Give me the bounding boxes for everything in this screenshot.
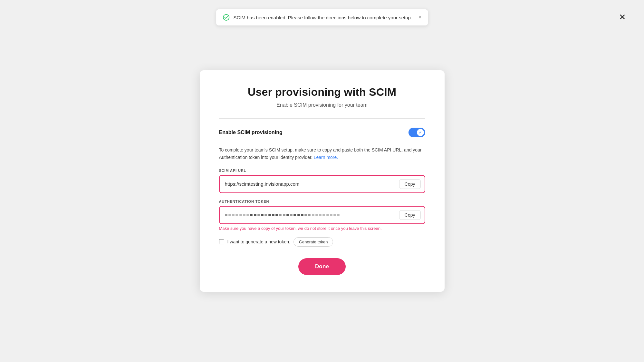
dot [279,214,282,216]
section-divider [219,118,425,119]
token-warning-text: Make sure you have a copy of your token,… [219,226,425,231]
toast-message: SCIM has been enabled. Please follow the… [234,15,412,20]
scim-url-input[interactable] [225,181,399,187]
generate-token-button[interactable]: Generate token [293,237,333,247]
auth-token-dots [225,214,399,216]
svg-point-0 [223,15,229,20]
done-button[interactable]: Done [298,258,346,275]
dot-group-2 [239,214,253,216]
dot [286,214,289,216]
dot [235,214,238,216]
new-token-checkbox-label[interactable]: I want to generate a new token. [227,239,290,244]
toast-notification: SCIM has been enabled. Please follow the… [216,9,428,26]
dot [304,214,307,216]
dot [290,214,293,216]
dot-group-3 [254,214,267,216]
dot-group-5 [283,214,296,216]
dot [312,214,314,216]
dot [225,214,227,216]
toggle-check-icon: ✓ [419,131,422,135]
scim-url-label: SCIM API URL [219,169,425,172]
dot [283,214,285,216]
dot [254,214,256,216]
dot [315,214,318,216]
dot [322,214,325,216]
modal-close-button[interactable]: ✕ [616,10,629,24]
dot-group-1 [225,214,238,216]
check-circle-icon [223,14,230,21]
dot [250,214,253,216]
dot [239,214,242,216]
learn-more-link[interactable]: Learn more. [314,155,338,160]
dot [330,214,332,216]
modal-title: User provisioning with SCIM [219,86,425,98]
dot [308,214,311,216]
toggle-knob: ✓ [417,129,424,136]
auth-token-copy-button[interactable]: Copy [399,210,421,220]
toggle-label: Enable SCIM provisioning [219,130,283,135]
dot [246,214,249,216]
dot [337,214,340,216]
dot [319,214,322,216]
scim-description: To complete your team's SCIM setup, make… [219,146,425,161]
modal-subtitle: Enable SCIM provisioning for your team [219,102,425,108]
dot [268,214,271,216]
dot [264,214,267,216]
scim-toggle[interactable]: ✓ [409,128,425,137]
dot [261,214,264,216]
dot-group-6 [297,214,311,216]
dot [272,214,274,216]
modal-container: ✕ User provisioning with SCIM Enable SCI… [200,70,445,292]
dot [232,214,235,216]
dot [301,214,303,216]
dot-group-8 [326,214,340,216]
dot [297,214,300,216]
dot [333,214,336,216]
auth-token-field-group: Authentication token [219,200,425,231]
auth-token-label: Authentication token [219,200,425,203]
scim-toggle-row: Enable SCIM provisioning ✓ [219,128,425,137]
modal-overlay: SCIM has been enabled. Please follow the… [0,0,644,362]
toast-close-button[interactable]: × [418,15,421,20]
dot [243,214,245,216]
dot [257,214,260,216]
new-token-row: I want to generate a new token. Generate… [219,237,425,247]
new-token-checkbox[interactable] [219,239,224,244]
toggle-slider: ✓ [409,128,425,137]
auth-token-input-row: Copy [219,206,425,224]
dot [326,214,329,216]
scim-url-copy-button[interactable]: Copy [399,179,421,189]
dot [293,214,296,216]
dot [275,214,278,216]
scim-url-field-group: SCIM API URL Copy [219,169,425,193]
dot-group-4 [268,214,282,216]
scim-url-input-row: Copy [219,175,425,193]
dot-group-7 [312,214,325,216]
dot [228,214,231,216]
